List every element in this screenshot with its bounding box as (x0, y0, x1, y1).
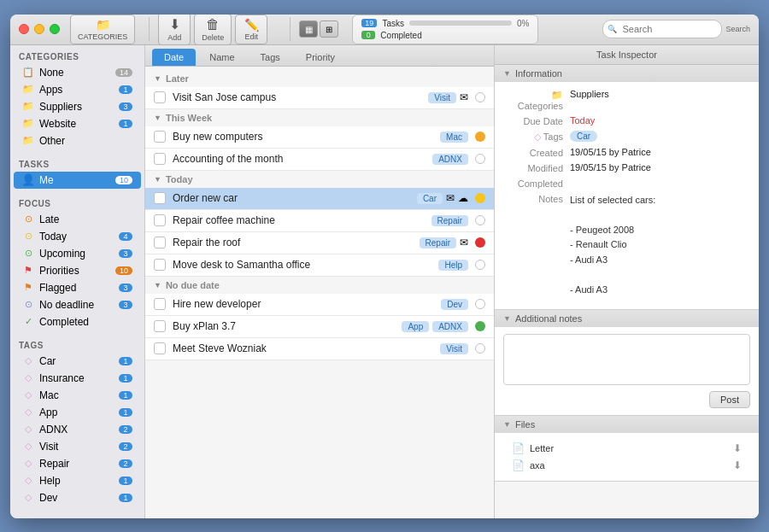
add-button[interactable]: ⬇ Add (158, 15, 191, 46)
task-name: Repair the roof (173, 237, 420, 248)
task-row[interactable]: Visit San Jose campus Visit ✉ (145, 87, 494, 109)
sidebar-item-suppliers-label: Suppliers (39, 101, 119, 113)
sidebar-item-late[interactable]: ⊙ Late (14, 211, 141, 228)
priorities-icon: ⚑ (22, 265, 34, 277)
sidebar-item-completed[interactable]: ✓ Completed (14, 313, 141, 330)
section-later: ▼ Later (145, 70, 494, 87)
task-dot (475, 299, 485, 309)
tab-tags[interactable]: Tags (249, 49, 292, 66)
sidebar-item-late-label: Late (39, 213, 132, 225)
sidebar-item-adnx-label: ADNX (39, 424, 119, 436)
task-checkbox[interactable] (154, 237, 166, 248)
additional-notes-section: ▼ Additional notes Post (495, 310, 759, 416)
sidebar-item-me[interactable]: 👤 Me 10 (14, 172, 141, 189)
task-checkbox[interactable] (154, 131, 166, 143)
dev-tag-icon: ◇ (22, 492, 34, 504)
task-checkbox[interactable] (154, 91, 166, 103)
task-row[interactable]: Repair the roof Repair ✉ (145, 232, 494, 254)
task-checkbox[interactable] (154, 298, 166, 310)
sidebar-item-help[interactable]: ◇ Help 1 (14, 472, 141, 489)
sidebar-item-insurance-label: Insurance (39, 372, 119, 384)
task-row[interactable]: Move desk to Samantha office Help (145, 254, 494, 277)
visit-tag-icon: ◇ (22, 441, 34, 453)
duedate-field-value: Today (570, 115, 750, 126)
list-view-button[interactable]: ▦ (299, 20, 318, 38)
completed-badge: 0 (361, 31, 375, 39)
sidebar-item-priorities[interactable]: ⚑ Priorities 10 (14, 262, 141, 279)
completed-field-label: Completed (503, 178, 563, 189)
sidebar-item-other[interactable]: 📁 Other (14, 132, 141, 149)
search-wrapper (602, 20, 722, 38)
notes-field-value: List of selected cars: - Peugeot 2008 - … (570, 193, 750, 298)
task-list-scroll[interactable]: ▼ Later Visit San Jose campus Visit ✉ ▼ … (145, 67, 494, 518)
sidebar-item-insurance[interactable]: ◇ Insurance 1 (14, 370, 141, 387)
task-checkbox[interactable] (154, 342, 166, 354)
sidebar-item-website[interactable]: 📁 Website 1 (14, 115, 141, 132)
pdf-icon: 📄 (512, 459, 525, 471)
task-row-selected[interactable]: Order new car Car ✉ ☁ (145, 188, 494, 210)
sidebar-item-apps[interactable]: 📁 Apps 1 (14, 81, 141, 98)
file-download-axa[interactable]: ⬇ (733, 459, 742, 471)
task-checkbox[interactable] (154, 214, 166, 226)
sidebar-item-nodeadline[interactable]: ⊙ No deadline 3 (14, 296, 141, 313)
additional-notes-input[interactable] (503, 334, 750, 385)
today-section-triangle: ▼ (154, 175, 161, 184)
task-dot-red (475, 237, 485, 248)
sidebar-item-mac[interactable]: ◇ Mac 1 (14, 387, 141, 404)
thisweek-triangle: ▼ (154, 114, 161, 122)
flagged-icon: ⚑ (22, 282, 34, 294)
categories-button[interactable]: 📁 CATEGORIES (70, 15, 135, 44)
task-row[interactable]: Accounting of the month ADNX (145, 149, 494, 171)
close-button[interactable] (19, 24, 29, 34)
sidebar-item-dev[interactable]: ◇ Dev 1 (14, 489, 141, 506)
task-row[interactable]: Hire new developer Dev (145, 294, 494, 316)
file-download-letter[interactable]: ⬇ (733, 442, 742, 454)
progress-widget: 19 Tasks 0% 0 Completed (352, 15, 538, 44)
task-name: Meet Steve Wozniak (173, 342, 440, 354)
info-triangle: ▼ (503, 69, 511, 78)
task-checkbox[interactable] (154, 259, 166, 271)
task-checkbox[interactable] (154, 320, 166, 332)
edit-button[interactable]: ✏️ Edit (235, 15, 267, 44)
post-button[interactable]: Post (709, 391, 750, 408)
view-toggle: ▦ ⊞ (299, 20, 338, 38)
sidebar-item-flagged[interactable]: ⚑ Flagged 3 (14, 279, 141, 296)
task-row[interactable]: Meet Steve Wozniak Visit (145, 338, 494, 360)
today-count: 4 (119, 232, 132, 241)
grid-view-button[interactable]: ⊞ (320, 20, 338, 38)
task-checkbox[interactable] (154, 153, 166, 165)
search-input[interactable] (602, 20, 722, 38)
tasks-label: Tasks (382, 19, 404, 28)
task-row[interactable]: Buy xPlan 3.7 App ADNX (145, 316, 494, 338)
sidebar-item-car[interactable]: ◇ Car 1 (14, 353, 141, 370)
progress-bar (409, 20, 512, 26)
maximize-button[interactable] (50, 24, 60, 34)
sidebar-item-app[interactable]: ◇ App 1 (14, 404, 141, 421)
sidebar: CATEGORIES 📋 None 14 📁 Apps 1 📁 Supplier… (10, 45, 145, 518)
sidebar-item-upcoming[interactable]: ⊙ Upcoming 3 (14, 245, 141, 262)
sidebar-item-visit[interactable]: ◇ Visit 2 (14, 438, 141, 455)
tab-priority[interactable]: Priority (294, 49, 347, 66)
information-section-header: ▼ Information (495, 65, 759, 82)
sidebar-item-none[interactable]: 📋 None 14 (14, 64, 141, 81)
info-row-tags: ◇ Tags Car (503, 131, 750, 143)
sidebar-item-adnx[interactable]: ◇ ADNX 2 (14, 421, 141, 438)
minimize-button[interactable] (34, 24, 44, 34)
files-header: ▼ Files (495, 416, 759, 433)
task-row[interactable]: Buy new computers Mac (145, 126, 494, 149)
sidebar-item-suppliers[interactable]: 📁 Suppliers 3 (14, 98, 141, 115)
task-row[interactable]: Repair coffee machine Repair (145, 210, 494, 232)
file-item-axa: 📄 axa ⬇ (503, 457, 750, 474)
help-count: 1 (119, 476, 132, 485)
progress-percent: 0% (517, 19, 529, 28)
adnx-tag-icon: ◇ (22, 424, 34, 436)
tab-date[interactable]: Date (152, 49, 196, 66)
task-checkbox[interactable] (154, 192, 166, 204)
task-name: Buy new computers (173, 131, 440, 143)
delete-button[interactable]: 🗑 Delete (194, 15, 232, 45)
sidebar-item-repair[interactable]: ◇ Repair 2 (14, 455, 141, 472)
tab-name[interactable]: Name (197, 49, 246, 66)
sidebar-item-today[interactable]: ⊙ Today 4 (14, 228, 141, 245)
task-tag-app: App (402, 321, 429, 332)
sidebar-item-help-label: Help (39, 475, 119, 487)
